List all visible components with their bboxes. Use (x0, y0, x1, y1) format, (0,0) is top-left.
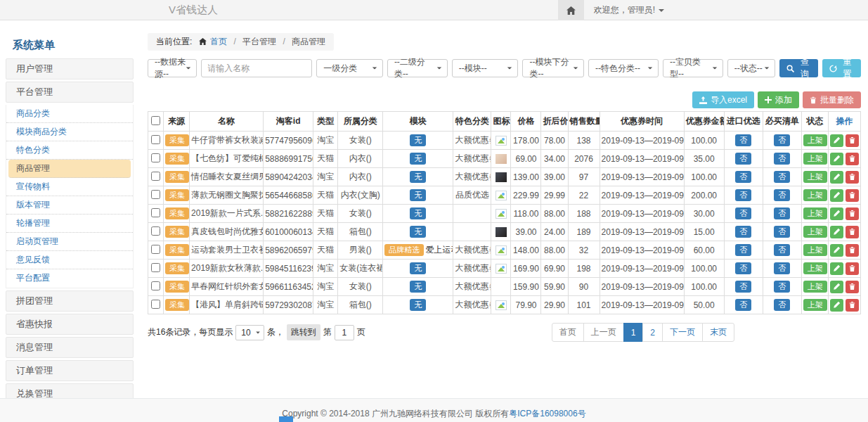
row-checkbox[interactable] (151, 208, 160, 217)
page-button[interactable]: 首页 (552, 323, 584, 342)
must-buy-badge[interactable]: 否 (774, 244, 790, 256)
row-checkbox[interactable] (151, 245, 160, 254)
edit-button[interactable] (830, 134, 843, 147)
import-select-badge[interactable]: 否 (735, 207, 751, 219)
sidebar-subitem[interactable]: 模块商品分类 (6, 123, 133, 141)
sidebar-subitem[interactable]: 轮播管理 (6, 215, 133, 233)
import-select-badge[interactable]: 否 (735, 153, 751, 165)
delete-button[interactable] (846, 244, 859, 257)
must-buy-badge[interactable]: 否 (774, 171, 790, 183)
import-select-badge[interactable]: 否 (735, 134, 751, 146)
filter-select-feature-category[interactable]: --特色分类-- (588, 59, 659, 77)
import-excel-button[interactable]: 导入excel (692, 91, 754, 108)
edit-button[interactable] (830, 299, 843, 312)
filter-select-module[interactable]: --模块-- (452, 59, 519, 77)
filter-name-input[interactable] (201, 59, 312, 77)
edit-button[interactable] (830, 153, 843, 165)
delete-button[interactable] (846, 281, 859, 293)
status-badge[interactable]: 上架 (803, 226, 827, 238)
batch-delete-button[interactable]: 批量删除 (803, 91, 861, 108)
row-checkbox[interactable] (151, 172, 160, 181)
sidebar-subitem[interactable]: 启动页管理 (6, 233, 133, 251)
page-button[interactable]: 1 (623, 323, 644, 342)
delete-button[interactable] (846, 207, 859, 220)
edit-button[interactable] (830, 171, 843, 184)
import-select-badge[interactable]: 否 (735, 244, 751, 256)
page-button[interactable]: 下一页 (662, 323, 703, 342)
row-checkbox[interactable] (151, 153, 160, 162)
edit-button[interactable] (830, 262, 843, 275)
jump-button[interactable]: 跳转到 (287, 324, 320, 340)
sidebar-group[interactable]: 订单管理 (6, 360, 134, 381)
import-select-badge[interactable]: 否 (735, 226, 751, 238)
sidebar-subitem[interactable]: 商品管理 (8, 160, 131, 178)
row-checkbox[interactable] (151, 226, 160, 236)
must-buy-badge[interactable]: 否 (774, 281, 790, 293)
sidebar-group[interactable]: 拼团管理 (6, 290, 134, 312)
delete-button[interactable] (846, 226, 859, 238)
filter-select-level1-category[interactable]: 一级分类 (316, 59, 383, 77)
delete-button[interactable] (846, 134, 859, 147)
import-select-badge[interactable]: 否 (735, 299, 751, 311)
must-buy-badge[interactable]: 否 (774, 189, 790, 201)
status-badge[interactable]: 上架 (803, 153, 827, 165)
delete-button[interactable] (846, 262, 859, 275)
page-button[interactable]: 末页 (702, 323, 734, 342)
page-button[interactable]: 上一页 (583, 323, 624, 342)
row-checkbox[interactable] (151, 300, 160, 309)
edit-button[interactable] (830, 281, 843, 293)
page-button[interactable]: 2 (642, 323, 663, 342)
status-badge[interactable]: 上架 (803, 281, 827, 293)
status-badge[interactable]: 上架 (803, 299, 827, 311)
status-badge[interactable]: 上架 (803, 262, 827, 274)
edit-button[interactable] (830, 189, 843, 202)
reset-button[interactable]: 重置 (822, 59, 861, 77)
filter-select-status[interactable]: --状态-- (727, 59, 776, 77)
status-badge[interactable]: 上架 (803, 244, 827, 256)
home-button[interactable] (558, 0, 584, 20)
sidebar-subitem[interactable]: 版本管理 (6, 196, 133, 215)
filter-select-item-type[interactable]: --宝贝类型-- (663, 59, 723, 77)
sidebar-group[interactable]: 省惠快报 (6, 314, 134, 335)
edit-button[interactable] (830, 207, 843, 220)
import-select-badge[interactable]: 否 (735, 189, 751, 201)
sidebar-group[interactable]: 消息管理 (6, 337, 134, 358)
breadcrumb-home-link[interactable]: 首页 (210, 37, 227, 46)
row-checkbox[interactable] (151, 135, 160, 144)
sidebar-subitem[interactable]: 意见反馈 (6, 251, 133, 269)
delete-button[interactable] (846, 299, 859, 312)
user-menu[interactable]: 欢迎您，管理员! (594, 4, 664, 16)
filter-select-module-subcategory[interactable]: --模块下分类-- (522, 59, 584, 77)
filter-select-level2-category[interactable]: --二级分类-- (387, 59, 448, 77)
status-badge[interactable]: 上架 (803, 189, 827, 201)
edit-button[interactable] (830, 226, 843, 238)
status-badge[interactable]: 上架 (803, 171, 827, 183)
status-badge[interactable]: 上架 (803, 134, 827, 146)
import-select-badge[interactable]: 否 (735, 281, 751, 293)
delete-button[interactable] (846, 171, 859, 184)
row-checkbox[interactable] (151, 263, 160, 272)
sidebar-subitem[interactable]: 平台配置 (6, 269, 133, 288)
sidebar-subitem[interactable]: 商品分类 (6, 105, 133, 123)
filter-select-data-source[interactable]: --数据来源-- (148, 59, 197, 77)
per-page-select[interactable]: 10 (235, 325, 264, 340)
sidebar-subitem[interactable]: 特色分类 (6, 141, 133, 160)
delete-button[interactable] (846, 153, 859, 165)
edit-button[interactable] (830, 244, 843, 257)
import-select-badge[interactable]: 否 (735, 262, 751, 274)
must-buy-badge[interactable]: 否 (774, 299, 790, 311)
row-checkbox[interactable] (151, 190, 160, 199)
must-buy-badge[interactable]: 否 (774, 207, 790, 219)
sidebar-group[interactable]: 用户管理 (6, 58, 134, 79)
select-all-checkbox[interactable] (151, 116, 160, 125)
import-select-badge[interactable]: 否 (735, 171, 751, 183)
add-button[interactable]: 添加 (758, 91, 799, 108)
must-buy-badge[interactable]: 否 (774, 262, 790, 274)
row-checkbox[interactable] (151, 281, 160, 290)
must-buy-badge[interactable]: 否 (774, 153, 790, 165)
search-button[interactable]: 查询 (779, 59, 818, 77)
delete-button[interactable] (846, 189, 859, 202)
page-number-input[interactable] (335, 325, 354, 340)
must-buy-badge[interactable]: 否 (774, 134, 790, 146)
sidebar-subitem[interactable]: 宣传物料 (6, 178, 133, 196)
